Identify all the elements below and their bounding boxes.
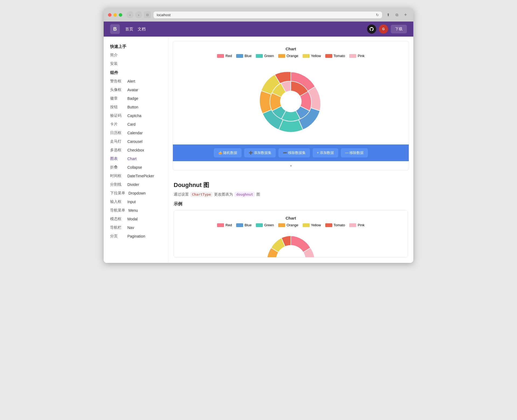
sidebar-nav-zh: 导航栏	[110, 225, 124, 230]
sidebar-item-calendar[interactable]: 日历框 Calendar	[104, 129, 168, 137]
nav-docs[interactable]: 文档	[138, 27, 146, 32]
legend-green-color	[256, 54, 263, 58]
app-container: B 首页 文档 G 下载 快速上手	[104, 22, 413, 263]
gitee-icon[interactable]: G	[379, 24, 388, 34]
sidebar-item-divider[interactable]: 分割线 Divider	[104, 180, 168, 189]
pie-chart-section: Chart Red Blue Green	[173, 41, 409, 170]
sidebar-divider-zh: 分割线	[110, 182, 124, 187]
download-button[interactable]: 下载	[391, 25, 407, 33]
app-body: 快速上手 简介 安装 组件 警告框 Alert 头像框 Avatar 徽章	[104, 37, 413, 263]
doughnut-legend-pink: Pink	[349, 223, 364, 227]
browser-navigation: ‹ › ⊡	[127, 11, 151, 18]
legend-pink: Pink	[349, 54, 364, 58]
sidebar-item-card[interactable]: 卡片 Card	[104, 120, 168, 129]
sidebar-nav-en: Nav	[127, 225, 134, 230]
sidebar-button-en: Button	[127, 105, 138, 109]
remove-data-button[interactable]: — 移除数据	[341, 148, 368, 157]
github-icon[interactable]	[367, 24, 376, 34]
sidebar-input-zh: 输入框	[110, 199, 124, 204]
address-bar[interactable]: localhost ↻	[153, 12, 382, 18]
legend-red: Red	[217, 54, 232, 58]
sidebar-item-captcha[interactable]: 验证码 Captcha	[104, 111, 168, 120]
sidebar-item-menu[interactable]: 导航菜单 Menu	[104, 206, 168, 215]
sidebar-item-intro[interactable]: 简介	[104, 51, 168, 59]
sidebar-calendar-zh: 日历框	[110, 130, 124, 135]
forward-button[interactable]: ›	[135, 11, 142, 18]
doughnut-tag: doughnut	[235, 192, 255, 197]
sidebar-item-pagination[interactable]: 分页 Pagination	[104, 232, 168, 241]
back-button[interactable]: ‹	[127, 11, 134, 18]
components-title: 组件	[104, 68, 168, 77]
sidebar-item-install[interactable]: 安装	[104, 59, 168, 68]
doughnut-chart-canvas	[174, 230, 408, 257]
pie-chart-legend: Red Blue Green Orange	[173, 54, 409, 61]
share-button[interactable]: ⬆	[385, 11, 392, 18]
header-left: B 首页 文档	[110, 24, 146, 34]
pie-chart-canvas	[173, 61, 409, 144]
sidebar-checkbox-en: Checkbox	[127, 148, 144, 152]
sidebar-item-alert[interactable]: 警告框 Alert	[104, 77, 168, 86]
nav-home[interactable]: 首页	[125, 27, 133, 32]
sidebar-item-chart[interactable]: 图表 Chart	[104, 154, 168, 163]
add-data-button[interactable]: + 添加数据	[313, 148, 338, 157]
doughnut-legend-green-label: Green	[264, 223, 274, 227]
minimize-button[interactable]	[113, 13, 117, 17]
sidebar-card-zh: 卡片	[110, 122, 124, 127]
sidebar-item-button[interactable]: 按钮 Button	[104, 103, 168, 111]
sidebar-alert-zh: 警告框	[110, 79, 124, 84]
close-button[interactable]	[108, 13, 111, 17]
sidebar-chart-zh: 图表	[110, 156, 124, 161]
chart-control-buttons: 🥧 随机数据 ➕ 添加数据集 ➖ 移除数据集 + 添加数据 — 移除数据	[173, 144, 409, 161]
sidebar-item-badge[interactable]: 徽章 Badge	[104, 94, 168, 103]
sidebar: 快速上手 简介 安装 组件 警告框 Alert 头像框 Avatar 徽章	[104, 37, 168, 263]
sidebar-checkbox-zh: 多选框	[110, 148, 124, 153]
sidebar-item-collapse[interactable]: 折叠 Collapse	[104, 163, 168, 172]
duplicate-button[interactable]: ⧉	[393, 11, 400, 18]
sidebar-item-avatar[interactable]: 头像框 Avatar	[104, 86, 168, 94]
sidebar-badge-en: Badge	[127, 96, 138, 101]
random-data-button[interactable]: 🥧 随机数据	[214, 148, 242, 157]
doughnut-legend-green: Green	[256, 223, 274, 227]
header-nav: 首页 文档	[125, 27, 146, 32]
sidebar-pagination-zh: 分页	[110, 234, 124, 239]
sidebar-item-install-zh: 安装	[110, 61, 124, 66]
legend-red-label: Red	[225, 54, 232, 58]
maximize-button[interactable]	[119, 13, 122, 17]
doughnut-legend-yellow-label: Yellow	[311, 223, 321, 227]
sidebar-item-dropdown[interactable]: 下拉菜单 Dropdown	[104, 189, 168, 197]
browser-window: ‹ › ⊡ localhost ↻ ⬆ ⧉ + B 首页 文档	[104, 8, 413, 263]
sidebar-alert-en: Alert	[127, 79, 135, 83]
collapse-arrow[interactable]: ▾	[173, 161, 409, 170]
doughnut-legend-blue-color	[236, 223, 243, 227]
desc-mid: 更改图表为	[214, 192, 233, 197]
new-tab-button[interactable]: +	[402, 11, 409, 18]
chart-type-tag: ChartType	[190, 192, 212, 197]
doughnut-svg	[264, 233, 318, 257]
remove-dataset-button[interactable]: ➖ 移除数据集	[278, 148, 310, 157]
doughnut-legend-red-color	[217, 223, 224, 227]
sidebar-item-modal[interactable]: 模态框 Modal	[104, 215, 168, 223]
sidebar-input-en: Input	[127, 200, 136, 204]
add-dataset-button[interactable]: ➕ 添加数据集	[244, 148, 276, 157]
sidebar-card-en: Card	[127, 122, 135, 126]
sidebar-menu-en: Menu	[128, 208, 138, 213]
doughnut-legend-orange-color	[278, 223, 285, 227]
sidebar-item-datetimepicker[interactable]: 时间框 DateTimePicker	[104, 172, 168, 180]
doughnut-legend-blue: Blue	[236, 223, 251, 227]
sidebar-modal-en: Modal	[127, 217, 138, 221]
sidebar-item-nav[interactable]: 导航栏 Nav	[104, 223, 168, 232]
legend-green: Green	[256, 54, 274, 58]
doughnut-chart-title: Chart	[174, 210, 408, 223]
legend-yellow-color	[303, 54, 310, 58]
tab-toggle-button[interactable]: ⊡	[144, 11, 151, 18]
legend-orange-label: Orange	[287, 54, 298, 58]
sidebar-item-input[interactable]: 输入框 Input	[104, 197, 168, 206]
sidebar-item-carousel[interactable]: 走马灯 Carousel	[104, 137, 168, 146]
sidebar-item-checkbox[interactable]: 多选框 Checkbox	[104, 146, 168, 154]
doughnut-section: Doughnut 图 通过设置 ChartType 更改图表为 doughnut…	[168, 175, 413, 257]
legend-orange-color	[278, 54, 285, 58]
browser-titlebar: ‹ › ⊡ localhost ↻ ⬆ ⧉ +	[104, 8, 413, 22]
brand-logo[interactable]: B	[110, 24, 120, 34]
reload-button[interactable]: ↻	[376, 13, 379, 17]
doughnut-legend-blue-label: Blue	[244, 223, 251, 227]
